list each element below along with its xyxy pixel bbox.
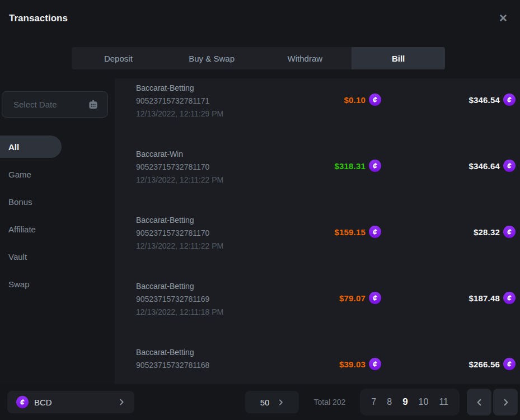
- sidebar-item-game[interactable]: Game: [0, 161, 115, 188]
- chevron-right-icon: [277, 399, 284, 406]
- tab-zone: DepositBuy & SwapWithdrawBill: [0, 36, 520, 78]
- transaction-id: 90523715732781170: [136, 227, 258, 240]
- transaction-id: 90523715732781169: [136, 293, 258, 306]
- transaction-info: Baccarat-Betting 90523715732781170 12/13…: [136, 214, 258, 253]
- page-number-11[interactable]: 11: [439, 397, 448, 407]
- modal-footer: ¢ BCD 50 Total 202 7891011: [0, 384, 520, 420]
- transaction-info: Baccarat-Betting 90523715732781171 12/13…: [136, 82, 258, 120]
- transaction-time: 12/13/2022, 12:11:22 PM: [136, 240, 258, 253]
- sidebar-item-vault[interactable]: Vault: [0, 243, 115, 270]
- table-row: Baccarat-Betting 90523715732781171 12/13…: [115, 78, 520, 144]
- balance-value: $187.48: [469, 293, 500, 303]
- amount-value: $39.03: [339, 360, 366, 369]
- amount-value: $159.15: [334, 227, 366, 237]
- chevron-right-icon: [502, 398, 510, 407]
- pagination: 7891011: [360, 389, 460, 416]
- bcd-coin-icon: ¢: [369, 226, 381, 238]
- bcd-coin-icon: ¢: [503, 226, 516, 238]
- table-row: Baccarat-Betting 90523715732781170 12/13…: [115, 211, 520, 277]
- bcd-coin-icon: ¢: [369, 160, 381, 172]
- transaction-id: 90523715732781168: [136, 359, 258, 372]
- tab-bar: DepositBuy & SwapWithdrawBill: [72, 47, 445, 69]
- transaction-name: Baccarat-Betting: [136, 280, 258, 293]
- sidebar-item-affiliate[interactable]: Affiliate: [0, 216, 115, 243]
- transaction-info: Baccarat-Betting 90523715732781169 12/13…: [136, 280, 258, 319]
- filter-list: AllGameBonusAffiliateVaultSwap: [0, 136, 115, 298]
- transaction-list: Baccarat-Betting 90523715732781171 12/13…: [115, 78, 520, 384]
- tab-deposit[interactable]: Deposit: [72, 47, 165, 69]
- balance-value: $28.32: [474, 227, 500, 237]
- calendar-icon: [88, 99, 99, 110]
- bcd-coin-icon: ¢: [369, 94, 381, 106]
- transaction-name: Baccarat-Betting: [136, 82, 258, 95]
- page-size-selector[interactable]: 50: [245, 391, 299, 413]
- transactions-modal: Transactions ✕ DepositBuy & SwapWithdraw…: [0, 0, 520, 420]
- bcd-coin-icon: ¢: [503, 160, 516, 172]
- next-page-button[interactable]: [493, 389, 518, 416]
- transaction-name: Baccarat-Betting: [136, 346, 258, 359]
- transaction-balance: $28.32 ¢: [404, 226, 516, 238]
- balance-value: $346.54: [469, 95, 500, 105]
- transaction-name: Baccarat-Betting: [136, 214, 258, 227]
- tab-bill[interactable]: Bill: [352, 47, 445, 69]
- tab-buy-swap[interactable]: Buy & Swap: [165, 47, 259, 69]
- amount-value: $318.31: [334, 161, 366, 171]
- transaction-amount: $39.03 ¢: [258, 358, 381, 370]
- table-row: Baccarat-Betting 90523715732781168 $39.0…: [115, 343, 520, 384]
- transaction-id: 90523715732781170: [136, 161, 258, 174]
- page-number-7[interactable]: 7: [371, 397, 376, 407]
- amount-value: $79.07: [339, 293, 366, 303]
- transaction-id: 90523715732781171: [136, 95, 258, 108]
- modal-body: Select Date AllGameBonusAffiliateVaultSw…: [0, 78, 520, 384]
- transaction-amount: $79.07 ¢: [258, 292, 381, 304]
- chevron-left-icon: [475, 398, 484, 407]
- bcd-coin-icon: ¢: [503, 94, 516, 106]
- sidebar: Select Date AllGameBonusAffiliateVaultSw…: [0, 78, 115, 384]
- sidebar-item-all[interactable]: All: [0, 136, 62, 158]
- amount-value: $0.10: [344, 95, 366, 105]
- table-row: Baccarat-Betting 90523715732781169 12/13…: [115, 277, 520, 343]
- close-icon[interactable]: ✕: [495, 11, 511, 26]
- date-placeholder: Select Date: [13, 100, 88, 109]
- page-number-8[interactable]: 8: [387, 397, 392, 407]
- tab-withdraw[interactable]: Withdraw: [259, 47, 352, 69]
- date-picker-input[interactable]: Select Date: [2, 91, 108, 118]
- balance-value: $266.56: [469, 360, 500, 369]
- currency-code: BCD: [34, 398, 52, 407]
- page-title: Transactions: [9, 13, 68, 24]
- pagination-nav: [467, 389, 518, 416]
- transaction-balance: $187.48 ¢: [404, 292, 516, 304]
- transaction-amount: $318.31 ¢: [258, 160, 381, 172]
- bcd-coin-icon: ¢: [369, 358, 381, 370]
- transaction-time: 12/13/2022, 12:11:18 PM: [136, 306, 258, 319]
- chevron-right-icon: [118, 398, 125, 406]
- page-size-value: 50: [260, 398, 270, 407]
- sidebar-item-bonus[interactable]: Bonus: [0, 188, 115, 216]
- table-row: Baccarat-Win 90523715732781170 12/13/202…: [115, 144, 520, 211]
- bcd-coin-icon: ¢: [503, 292, 516, 304]
- bcd-coin-icon: ¢: [16, 396, 29, 408]
- transaction-name: Baccarat-Win: [136, 148, 258, 161]
- page-number-9[interactable]: 9: [402, 396, 407, 408]
- bcd-coin-icon: ¢: [503, 358, 516, 370]
- transaction-balance: $346.64 ¢: [404, 160, 516, 172]
- transaction-amount: $159.15 ¢: [258, 226, 381, 238]
- balance-value: $346.64: [469, 161, 500, 171]
- modal-header: Transactions ✕: [0, 0, 520, 36]
- total-count-label: Total 202: [313, 398, 345, 407]
- currency-selector-button[interactable]: ¢ BCD: [7, 391, 134, 413]
- transaction-balance: $266.56 ¢: [404, 358, 516, 370]
- transaction-info: Baccarat-Win 90523715732781170 12/13/202…: [136, 148, 258, 186]
- prev-page-button[interactable]: [467, 389, 491, 416]
- transaction-balance: $346.54 ¢: [404, 94, 516, 106]
- bcd-coin-icon: ¢: [369, 292, 381, 304]
- transaction-info: Baccarat-Betting 90523715732781168: [136, 346, 258, 372]
- transaction-amount: $0.10 ¢: [258, 94, 381, 106]
- sidebar-item-swap[interactable]: Swap: [0, 270, 115, 298]
- page-number-10[interactable]: 10: [419, 397, 429, 407]
- transaction-time: 12/13/2022, 12:11:22 PM: [136, 174, 258, 186]
- transaction-time: 12/13/2022, 12:11:29 PM: [136, 108, 258, 120]
